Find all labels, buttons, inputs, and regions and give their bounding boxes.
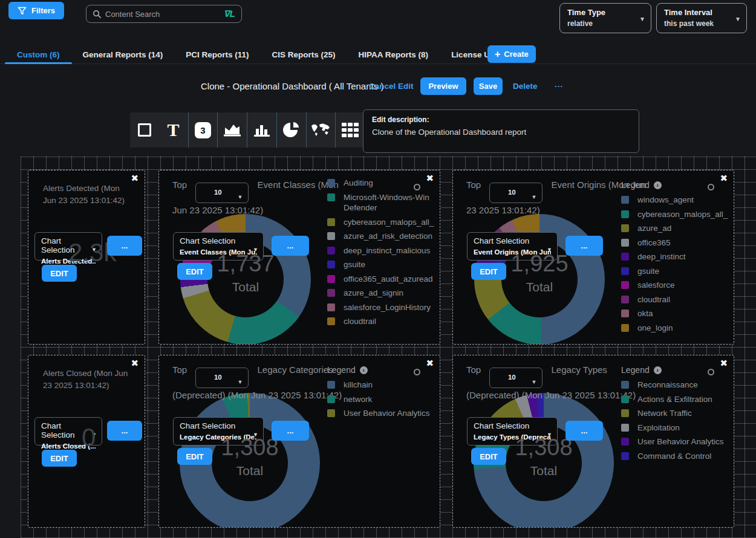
panel-edit-button[interactable]: EDIT [42,265,77,282]
top-n-select[interactable]: 10 [489,183,543,203]
add-pie-chart-widget-button[interactable] [276,112,306,147]
filters-label: Filters [31,6,55,15]
close-icon[interactable] [720,358,728,369]
legend-item: Network Traffic [621,408,730,419]
save-button[interactable]: Save [474,77,503,95]
widget-toolbar: T 3 [130,112,365,147]
filters-button[interactable]: Filters [8,2,64,19]
add-map-widget-button[interactable] [306,112,336,147]
close-icon[interactable] [131,358,138,369]
time-type-label: Time Type [567,8,635,17]
chart-selection-label: Chart Selection [474,421,551,430]
legend-swatch-icon [327,179,335,187]
resize-handle-icon[interactable] [708,369,714,375]
add-container-widget-button[interactable] [130,112,159,147]
caret-down-icon [639,16,645,22]
delete-link[interactable]: Delete [513,82,538,91]
content-search-box[interactable]: ∇L [86,5,242,23]
add-area-chart-widget-button[interactable] [217,112,247,147]
legend-item: cloudtrail [621,294,730,305]
legend-label: Auditing [344,178,373,189]
legend-label: one_login [637,323,673,334]
legend-swatch-icon [327,303,335,311]
legend-item: cybereason_malops_all_ [621,209,730,220]
panel-more-button[interactable]: ... [107,236,142,256]
legend-label: cloudtrail [637,294,670,305]
total-label: Total [495,464,592,478]
panel-more-button[interactable]: ... [272,236,309,256]
pie-chart-icon [283,122,300,138]
legend-swatch-icon [327,275,335,283]
legend-item: gsuite [621,266,730,277]
add-text-widget-button[interactable]: T [159,112,188,147]
legend-swatch-icon [621,409,629,417]
legend-item: azure_ad_risk_detection [327,231,436,242]
panel-edit-button[interactable]: EDIT [177,448,212,465]
legend-label: network [344,394,372,405]
panel-edit-button[interactable]: EDIT [177,263,212,280]
legend-label: Legend [327,365,356,375]
close-icon[interactable] [720,173,728,184]
top-n-select[interactable]: 10 [195,183,249,203]
time-interval-dropdown[interactable]: Time Interval this past week [656,3,747,33]
legend-label: Legend [621,180,650,190]
bar-chart-icon [253,122,271,138]
resize-handle-icon[interactable] [414,369,420,375]
edit-description-box[interactable]: Edit description: Clone of the Operation… [363,109,639,153]
resize-handle-icon[interactable] [414,184,420,190]
panel-edit-button[interactable]: EDIT [471,263,506,280]
resize-handle-icon[interactable] [708,184,714,190]
chart-selection-label: Chart Selection [474,236,551,245]
panel-header: Top 10 Event Origins (Mon Jun 23 2025 13… [466,178,648,217]
panel-legacy-categories: Top 10 Legacy Categories (Deprecated) (M… [158,355,440,528]
close-icon[interactable] [426,173,434,184]
panel-more-button[interactable]: ... [272,421,309,441]
legend-swatch-icon [621,296,629,303]
title-bar: Clone - Operational Dashboard ( All Tena… [0,76,756,97]
legend-expand-icon[interactable] [360,366,368,374]
top-label: Top [466,365,481,375]
legend-item: killchain [327,380,436,391]
chart-selection-label: Chart Selection [180,236,257,245]
edit-description-value[interactable]: Clone of the Operational Dashboard repor… [372,128,630,137]
legend-label: azure_ad_signin [344,288,403,299]
tab-general-reports[interactable]: General Reports (14) [83,45,163,63]
create-button[interactable]: Create [487,45,536,63]
legend-item: cybereason_malops_all_ [327,217,436,228]
legend-expand-icon[interactable] [654,366,662,374]
panel-header: Top 10 Legacy Types (Deprecated) (Mon Ju… [466,363,648,402]
top-n-value: 10 [214,186,222,199]
area-chart-icon [223,122,241,138]
panel-edit-button[interactable]: EDIT [471,448,506,465]
tab-cis-reports[interactable]: CIS Reports (25) [272,45,336,63]
add-bar-chart-widget-button[interactable] [247,112,276,147]
world-map-icon [311,123,330,137]
legend-expand-icon[interactable] [654,181,662,189]
panel-more-button[interactable]: ... [565,236,603,256]
tab-custom[interactable]: Custom (6) [17,45,60,63]
panel-more-button[interactable]: ... [107,421,142,441]
legend-swatch-icon [621,267,629,275]
top-n-select[interactable]: 10 [195,368,249,388]
preview-button[interactable]: Preview [420,77,466,95]
legend-item: deep_instinct [621,251,730,262]
close-icon[interactable] [131,173,138,184]
add-value-widget-button[interactable]: 3 [188,112,218,147]
legend-label: gsuite [637,266,659,277]
top-n-select[interactable]: 10 [489,368,543,388]
close-icon[interactable] [426,358,434,369]
add-table-widget-button[interactable] [335,112,365,147]
legend-item: Exploitation [621,423,730,433]
cancel-edit-link[interactable]: Cancel Edit [369,82,414,91]
more-actions-link[interactable]: ... [555,80,563,89]
search-input[interactable] [105,10,220,19]
dashboard-grid: Alerts Detected (Mon Jun 23 2025 13:01:4… [21,156,756,538]
panel-edit-button[interactable]: EDIT [42,450,77,467]
tab-pci-reports[interactable]: PCI Reports (11) [186,45,249,63]
legend-label: deep_instinct [637,251,686,262]
edit-description-label: Edit description: [372,115,630,124]
panel-more-button[interactable]: ... [565,421,603,441]
chart-legend: Legend windows_agentcybereason_malops_al… [621,180,730,337]
time-type-dropdown[interactable]: Time Type relative [559,3,651,33]
tab-hipaa-reports[interactable]: HIPAA Reports (8) [359,45,429,63]
